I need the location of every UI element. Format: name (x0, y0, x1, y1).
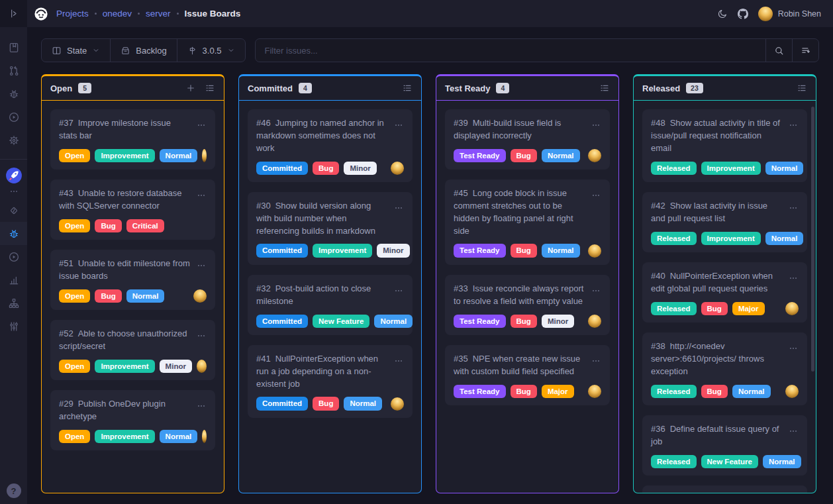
github-icon[interactable] (738, 9, 748, 19)
label-pill: Minor (542, 315, 574, 328)
card-menu-button[interactable] (393, 117, 404, 133)
issue-labels: Test ReadyBugNormal (454, 244, 601, 257)
column-scrollbar[interactable] (811, 107, 814, 372)
label-pill: Test Ready (454, 244, 506, 257)
assignee-avatar (193, 289, 207, 303)
sidebar-project-item-code[interactable] (0, 199, 27, 222)
onedev-logo[interactable] (34, 7, 48, 21)
card-menu-button[interactable] (591, 283, 601, 299)
sidebar-item-journal[interactable] (0, 36, 27, 59)
issue-card[interactable]: #52Able to choose unauthorized script/se… (50, 320, 215, 380)
dark-mode-moon-icon[interactable] (717, 9, 728, 19)
sidebar-project-item-sitemap[interactable] (0, 291, 27, 315)
card-menu-button[interactable] (591, 117, 601, 133)
issue-card[interactable]: #48Show actual activity in title of issu… (642, 109, 807, 182)
issue-card[interactable]: #30Show build version along with build n… (248, 192, 413, 265)
column-title: Committed (248, 83, 293, 93)
issue-card[interactable]: #42Show last activity in issue and pull … (642, 192, 807, 252)
sidebar-item-gear[interactable] (0, 128, 27, 152)
issue-card[interactable]: #39Multi-build issue field is displayed … (445, 109, 610, 170)
saved-queries-button[interactable] (792, 39, 818, 62)
breadcrumb-link[interactable]: server (146, 9, 171, 19)
card-menu-button[interactable] (393, 200, 404, 216)
search-icon (774, 46, 784, 56)
issue-labels: CommittedBugNormal (256, 397, 404, 410)
issue-labels: ReleasedBugNormal (651, 385, 799, 398)
card-menu-button[interactable] (788, 200, 799, 216)
card-menu-button[interactable] (196, 398, 207, 414)
sliders-icon (8, 321, 20, 332)
issue-card[interactable]: #37Improve milestone issue stats barOpen… (50, 109, 215, 170)
label-pill: Bug (95, 289, 121, 303)
column-menu-button[interactable] (797, 83, 807, 93)
column-menu-button[interactable] (599, 83, 610, 93)
issue-card[interactable]: #43Unable to restore database with SQLSe… (50, 179, 215, 240)
issue-card[interactable]: #36Define default issue query of jobRele… (642, 415, 807, 476)
add-card-button[interactable] (185, 83, 196, 93)
issue-card[interactable]: #32Post-build action to close milestoneC… (248, 275, 413, 335)
sidebar-expand-button[interactable] (0, 0, 27, 27)
card-menu-button[interactable] (393, 283, 404, 299)
board-toolbar: State Backlog 3.0.5 (27, 27, 833, 62)
sidebar-project-item-bar-chart[interactable] (0, 268, 27, 291)
breadcrumb-link[interactable]: Projects (56, 9, 89, 19)
ellipsis-icon (196, 401, 207, 411)
label-pill: Normal (765, 232, 804, 245)
issue-card[interactable]: #29Publish OneDev plugin archetypeOpenIm… (50, 390, 215, 450)
backlog-button[interactable]: Backlog (110, 39, 176, 62)
user-avatar (758, 7, 773, 21)
issue-card[interactable]: #35NPE when create new issue with custom… (445, 345, 610, 405)
label-pill: Major (732, 302, 765, 315)
label-pill: Normal (732, 385, 771, 398)
expand-icon (8, 8, 19, 19)
card-menu-button[interactable] (591, 353, 601, 369)
breadcrumb-separator (138, 13, 140, 15)
card-menu-button[interactable] (788, 270, 799, 286)
sidebar-project-item-play-circle[interactable] (0, 245, 27, 268)
sidebar-project-item-sliders[interactable] (0, 315, 27, 338)
card-menu-button[interactable] (196, 258, 207, 274)
sidebar-item-play-circle[interactable] (0, 105, 27, 128)
label-pill: Committed (256, 315, 308, 328)
label-pill: Open (59, 430, 90, 443)
assignee-avatar (588, 315, 601, 328)
milestone-icon (187, 46, 197, 56)
card-menu-button[interactable] (591, 187, 601, 203)
issue-card[interactable]: #40NullPointerException when edit global… (642, 262, 807, 323)
issue-number: #33 (454, 283, 468, 293)
issue-card[interactable]: #33Issue reconcile always report to reso… (445, 275, 610, 335)
issue-card[interactable]: #45Long code block in issue comment stre… (445, 179, 610, 265)
sidebar-item-bug[interactable] (0, 82, 27, 105)
issue-card[interactable]: #38http://<onedev server>:6610/projects/… (642, 332, 807, 405)
card-menu-button[interactable] (196, 117, 207, 133)
card-menu-button[interactable] (788, 117, 799, 133)
sidebar-item-pull-request[interactable] (0, 59, 27, 82)
issue-card[interactable]: #51Unable to edit milestone from issue b… (50, 250, 215, 310)
breadcrumb-link[interactable]: onedev (103, 9, 132, 19)
sidebar-project-item-bug-active[interactable] (0, 222, 27, 245)
column-header: Open5 (42, 76, 224, 101)
ellipsis-icon (788, 203, 799, 213)
issue-number: #32 (256, 283, 271, 293)
column-menu-button[interactable] (205, 83, 215, 93)
issue-card[interactable]: #34Display open milestones first when ch… (642, 485, 807, 493)
card-menu-button[interactable] (393, 353, 404, 369)
issue-card[interactable]: #46Jumping to named anchor in markdown s… (248, 109, 413, 182)
search-button[interactable] (765, 39, 792, 62)
milestone-select-button[interactable]: 3.0.5 (177, 39, 245, 62)
card-menu-button[interactable] (788, 340, 799, 356)
card-menu-button[interactable] (196, 187, 207, 203)
ellipsis-icon (788, 273, 799, 283)
issue-number: #37 (59, 118, 74, 128)
breadcrumb-separator (177, 13, 179, 15)
card-menu-button[interactable] (196, 328, 207, 344)
issue-card[interactable]: #41NullPointerException when run a job d… (248, 345, 413, 418)
user-menu[interactable]: Robin Shen (758, 7, 821, 21)
column-menu-button[interactable] (402, 83, 413, 93)
help-button[interactable]: ? (7, 483, 21, 498)
board-select-button[interactable]: State (42, 39, 110, 62)
filter-issues-input[interactable] (256, 39, 765, 62)
rocket-project-avatar[interactable] (5, 167, 23, 184)
sidebar-overflow-button[interactable] (0, 184, 27, 199)
card-menu-button[interactable] (788, 423, 799, 439)
